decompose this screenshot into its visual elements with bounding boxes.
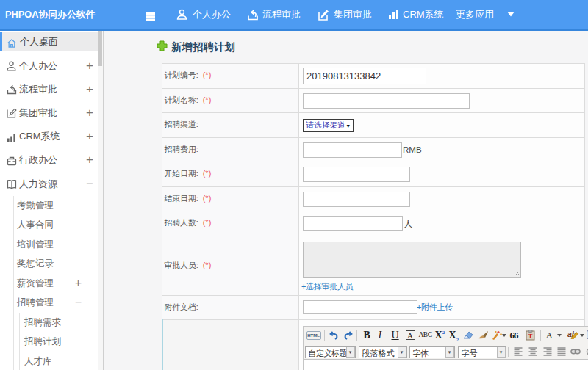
svg-text:T: T [528, 333, 532, 340]
